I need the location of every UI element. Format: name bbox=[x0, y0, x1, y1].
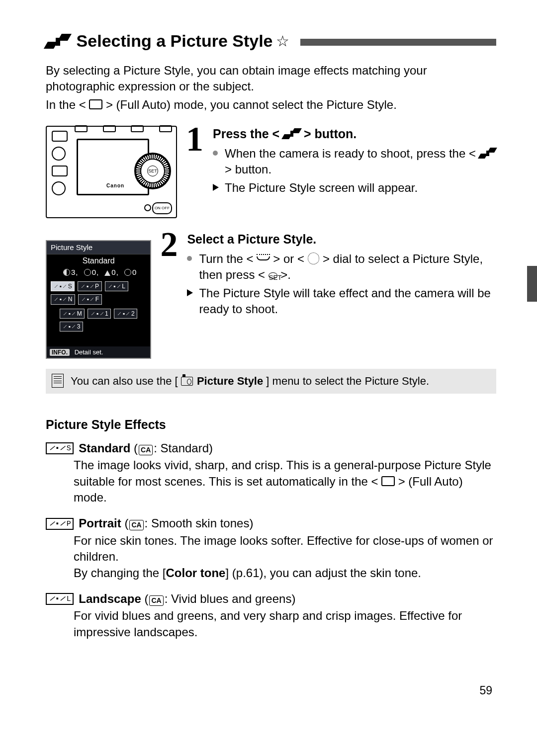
style-chip-icon: ⟋▪⟋S bbox=[46, 442, 74, 454]
style-chip-standard: ⟋▪⟋S bbox=[51, 281, 75, 291]
step1-heading: Press the < > button. bbox=[213, 126, 496, 143]
title-text: Selecting a Picture Style bbox=[77, 30, 273, 53]
note-icon bbox=[52, 374, 64, 388]
picture-style-icon bbox=[46, 34, 70, 49]
page-number: 59 bbox=[479, 683, 492, 698]
lcd-title: Picture Style bbox=[47, 241, 150, 254]
lcd-screenshot: Picture Style Standard 3, 0, 0, 0 ⟋▪⟋S ⟋… bbox=[46, 240, 151, 359]
note-box: You can also use the [ Picture Style ] m… bbox=[46, 369, 496, 394]
camera-back-illustration: Canon SET ON OFF bbox=[46, 126, 177, 218]
main-dial-icon bbox=[257, 254, 269, 263]
ca-badge-icon: CA bbox=[139, 445, 153, 455]
bullet-icon bbox=[213, 151, 218, 156]
contrast-icon bbox=[84, 269, 91, 276]
title-rule bbox=[300, 39, 496, 46]
lcd-style-chips-row2: ⟋▪⟋M ⟋▪⟋1 ⟋▪⟋2 ⟋▪⟋3 bbox=[47, 307, 150, 334]
step2-heading: Select a Picture Style. bbox=[187, 231, 496, 248]
style-chip-portrait: ⟋▪⟋P bbox=[78, 281, 101, 291]
style-chip-user1: ⟋▪⟋1 bbox=[88, 309, 111, 319]
colortone-icon bbox=[124, 269, 131, 276]
page-edge-tab bbox=[527, 266, 537, 302]
effect-standard: ⟋▪⟋S Standard (CA: Standard) The image l… bbox=[46, 440, 496, 506]
picture-style-icon bbox=[283, 128, 300, 140]
picture-style-icon bbox=[479, 148, 496, 159]
effect-ca-label: Vivid blues and greens bbox=[171, 592, 291, 605]
style-chip-neutral: ⟋▪⟋N bbox=[51, 294, 75, 304]
info-badge: INFO. bbox=[50, 349, 70, 356]
full-auto-icon bbox=[381, 476, 395, 486]
style-chip-faithful: ⟋▪⟋F bbox=[78, 294, 102, 304]
star-icon: ☆ bbox=[276, 31, 289, 52]
step1-result-1: The Picture Style screen will appear. bbox=[225, 180, 496, 196]
effect-name: Landscape bbox=[79, 592, 141, 605]
bold-setting-name: Color tone bbox=[166, 566, 225, 580]
power-switch-icon: ON OFF bbox=[152, 202, 172, 214]
style-chip-icon: ⟋▪⟋L bbox=[46, 593, 74, 605]
quick-control-dial-icon: SET bbox=[134, 153, 171, 189]
effect-landscape: ⟋▪⟋L Landscape (CA: Vivid blues and gree… bbox=[46, 591, 496, 640]
effects-heading: Picture Style Effects bbox=[46, 417, 496, 433]
step2-result-1: The Picture Style will take effect and t… bbox=[199, 285, 496, 318]
style-chip-user3: ⟋▪⟋3 bbox=[60, 322, 83, 332]
step-number-2: 2 bbox=[160, 221, 178, 268]
style-chip-user2: ⟋▪⟋2 bbox=[114, 309, 137, 319]
result-arrow-icon bbox=[213, 184, 219, 191]
intro-line-2: In the < > (Full Auto) mode, you cannot … bbox=[46, 97, 496, 113]
section-title: Selecting a Picture Style ☆ bbox=[46, 30, 496, 53]
camera-menu-icon bbox=[181, 377, 193, 386]
full-auto-icon bbox=[89, 99, 102, 109]
result-arrow-icon bbox=[187, 289, 193, 296]
lcd-current-style: Standard bbox=[47, 254, 150, 267]
quick-control-dial-icon bbox=[308, 252, 320, 264]
effect-ca-label: Standard bbox=[161, 441, 209, 455]
step-number-1: 1 bbox=[186, 116, 203, 163]
step1-bullet-1: When the camera is ready to shoot, press… bbox=[225, 146, 496, 178]
ca-badge-icon: CA bbox=[129, 520, 143, 530]
lcd-style-chips-row1: ⟋▪⟋S ⟋▪⟋P ⟋▪⟋L ⟋▪⟋N ⟋▪⟋F bbox=[47, 279, 150, 306]
style-chip-landscape: ⟋▪⟋L bbox=[105, 281, 128, 291]
effect-description: The image looks vivid, sharp, and crisp.… bbox=[74, 457, 496, 505]
effect-portrait: ⟋▪⟋P Portrait (CA: Smooth skin tones) Fo… bbox=[46, 515, 496, 581]
lcd-footer: INFO. Detail set. bbox=[47, 346, 150, 358]
lcd-params: 3, 0, 0, 0 bbox=[47, 267, 150, 279]
set-button-icon: SET bbox=[268, 272, 277, 279]
intro-line-1: By selecting a Picture Style, you can ob… bbox=[46, 63, 496, 95]
effect-name: Standard bbox=[79, 441, 130, 455]
saturation-icon bbox=[104, 270, 110, 276]
intro-paragraphs: By selecting a Picture Style, you can ob… bbox=[46, 63, 496, 113]
effect-description: For vivid blues and greens, and very sha… bbox=[74, 608, 496, 640]
ca-badge-icon: CA bbox=[149, 595, 163, 606]
note-text: You can also use the [ Picture Style ] m… bbox=[71, 374, 429, 389]
step-2: Picture Style Standard 3, 0, 0, 0 ⟋▪⟋S ⟋… bbox=[46, 231, 496, 359]
effect-ca-label: Smooth skin tones bbox=[151, 516, 249, 530]
style-chip-monochrome: ⟋▪⟋M bbox=[60, 309, 85, 319]
style-chip-icon: ⟋▪⟋P bbox=[46, 518, 74, 530]
lcd-footer-text: Detail set. bbox=[75, 348, 103, 356]
sharpness-icon bbox=[63, 269, 70, 276]
bullet-icon bbox=[187, 256, 192, 261]
effect-description: For nice skin tones. The image looks sof… bbox=[74, 533, 496, 581]
brand-label: Canon bbox=[106, 182, 124, 189]
step-1: Canon SET ON OFF 1 Press the < > button.… bbox=[46, 126, 496, 218]
effect-name: Portrait bbox=[79, 516, 121, 530]
step2-bullet-1: Turn the < > or < > dial to select a Pic… bbox=[199, 251, 496, 283]
